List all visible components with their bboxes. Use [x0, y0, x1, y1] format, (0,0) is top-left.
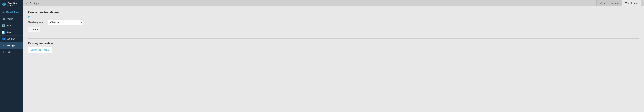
sidebar-item-files[interactable]: 🖼 Files [0, 22, 23, 29]
create-button[interactable]: Create [28, 27, 40, 32]
logo-icon [2, 2, 6, 6]
sidebar-user: ➜ Hi Default Admin [0, 9, 23, 16]
user-greeting: Hi Default Admin [5, 11, 20, 13]
sidebar: Your Site Name ➜ Hi Default Admin ▦ Page… [0, 0, 23, 112]
topbar-gear-icon: ⚙ [26, 2, 28, 5]
language-select[interactable]: AfrikaansAlbanianArabicBasqueBelarusianB… [48, 20, 83, 25]
user-arrow-icon: ➜ [2, 11, 4, 13]
topbar: ⚙ Settings Main Access Translations [23, 0, 644, 7]
topbar-title: ⚙ Settings [26, 2, 39, 5]
sidebar-item-label: Help [6, 51, 11, 53]
topbar-title-text: Settings [30, 2, 39, 5]
sidebar-item-label: Pages [6, 18, 13, 20]
topbar-tabs: Main Access Translations [596, 0, 641, 6]
sidebar-item-label: Reports [6, 31, 14, 33]
language-select-wrapper: AfrikaansAlbanianArabicBasqueBelarusianB… [48, 20, 83, 25]
existing-section-title: Existing translations [28, 41, 639, 44]
section-divider [28, 38, 639, 39]
main-area: ⚙ Settings Main Access Translations Crea… [23, 0, 644, 112]
translation-item-japanese[interactable]: Japanese (Japan) [28, 47, 52, 53]
sidebar-item-pages[interactable]: ▦ Pages [0, 16, 23, 22]
tab-access[interactable]: Access [608, 0, 622, 7]
pages-icon: ▦ [2, 18, 5, 20]
language-form-row: New language AfrikaansAlbanianArabicBasq… [28, 20, 639, 25]
sidebar-item-label: Security [6, 37, 15, 40]
sidebar-item-help[interactable]: ℹ Help [0, 49, 23, 55]
sidebar-item-label: Files [6, 24, 11, 27]
create-section-title: Create new translation [28, 11, 639, 14]
settings-icon: ⚙ [2, 44, 5, 47]
sidebar-item-settings[interactable]: ⚙ Settings [0, 42, 23, 49]
content-area: Create new translation New language Afri… [23, 7, 644, 112]
new-language-label: New language [28, 21, 48, 24]
blue-dot-indicator [28, 16, 30, 18]
tab-main[interactable]: Main [596, 0, 608, 7]
sidebar-logo: Your Site Name [0, 0, 23, 9]
help-icon: ℹ [2, 51, 5, 53]
sidebar-item-security[interactable]: 👥 Security [0, 36, 23, 42]
files-icon: 🖼 [2, 24, 5, 27]
sidebar-item-label: Settings [6, 44, 15, 47]
site-name: Your Site Name [8, 2, 21, 7]
reports-icon: 📊 [2, 31, 5, 34]
security-icon: 👥 [2, 37, 5, 40]
tab-translations[interactable]: Translations [622, 0, 641, 7]
sidebar-item-reports[interactable]: 📊 Reports [0, 29, 23, 36]
